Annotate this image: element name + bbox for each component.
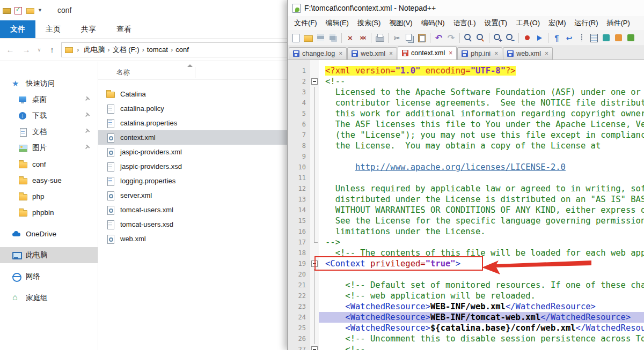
menu-item-6[interactable]: 设置(T) <box>480 18 512 28</box>
code-text[interactable]: this work for additional information reg… <box>319 108 644 119</box>
code-text[interactable]: <!-- <box>319 344 644 350</box>
save-icon[interactable] <box>315 32 326 43</box>
file-row-catalina.policy[interactable]: catalina.policy <box>98 101 291 116</box>
code-text[interactable]: <Context privileged="true"> <box>319 258 644 269</box>
address-box[interactable]: › 此电脑›文档 (F:)›tomcat›conf <box>61 42 288 57</box>
menu-item-8[interactable]: 宏(M) <box>544 18 570 28</box>
code-text[interactable]: <!-- Uncomment this to disable session p… <box>319 333 644 344</box>
code-text[interactable]: <!-- Default set of monitored resources.… <box>319 280 644 291</box>
menu-item-7[interactable]: 工具(O) <box>511 18 544 28</box>
code-text[interactable]: the License. You may obtain a copy of th… <box>319 140 644 151</box>
code-text[interactable]: <WatchedResource>WEB-INF/tomcat-web.xml<… <box>319 312 644 323</box>
menu-item-3[interactable]: 视图(V) <box>385 18 416 28</box>
code-text[interactable] <box>319 269 644 280</box>
sidebar-item-桌面[interactable]: 桌面 <box>0 92 98 108</box>
record-macro-icon[interactable] <box>522 32 533 43</box>
menu-item-4[interactable]: 编码(N) <box>417 18 449 28</box>
code-text[interactable]: http://www.apache.org/licenses/LICENSE-2… <box>319 162 644 173</box>
sidebar-item-文档[interactable]: 文档 <box>0 124 98 140</box>
monitoring-icon[interactable] <box>613 32 624 43</box>
sidebar-item-此电脑[interactable]: 此电脑 <box>0 247 98 263</box>
zoom-in-icon[interactable] <box>492 32 503 43</box>
file-row-server.xml[interactable]: server.xml <box>98 188 291 203</box>
breadcrumb-item-1[interactable]: 文档 (F:) <box>112 45 141 55</box>
cut-icon[interactable] <box>391 32 402 43</box>
file-row-jaspic-providers.xsd[interactable]: jaspic-providers.xsd <box>98 159 291 174</box>
up-button[interactable]: ↑ <box>45 45 59 54</box>
open-icon[interactable] <box>303 32 314 43</box>
ribbon-tab-2[interactable]: 共享 <box>71 20 106 38</box>
ribbon-tab-0[interactable]: 文件 <box>0 20 35 38</box>
close-tab-icon[interactable]: × <box>339 50 342 57</box>
redo-icon[interactable] <box>445 32 457 43</box>
file-row-logging.properties[interactable]: logging.properties <box>98 174 291 188</box>
plugins-icon[interactable] <box>625 32 636 43</box>
sidebar-item-php[interactable]: php <box>0 188 98 204</box>
find-icon[interactable] <box>463 32 474 43</box>
menu-item-2[interactable]: 搜索(S) <box>353 18 385 28</box>
code-text[interactable]: distributed under the License is distrib… <box>319 194 644 205</box>
code-text[interactable]: <!-- web application will be reloaded. <box>319 291 644 301</box>
word-wrap-icon[interactable] <box>564 32 575 43</box>
undo-icon[interactable] <box>433 32 444 43</box>
close-tab-icon[interactable]: × <box>545 50 548 57</box>
sidebar-item-下载[interactable]: 下载 <box>0 108 98 124</box>
qat-dropdown-icon[interactable]: ▼ <box>38 8 42 13</box>
file-row-web.xml[interactable]: web.xml <box>98 232 291 246</box>
code-text[interactable]: <WatchedResource>WEB-INF/web.xml</Watche… <box>319 301 644 312</box>
function-list-icon[interactable] <box>601 32 612 43</box>
document-map-icon[interactable] <box>588 32 599 43</box>
sidebar-item-phpbin[interactable]: phpbin <box>0 204 98 220</box>
fold-collapse-icon[interactable] <box>310 258 319 269</box>
tab-web.xml-4[interactable]: web.xml× <box>503 47 553 59</box>
notepadpp-titlebar[interactable]: F:\tomcat\conf\context.xml - Notepad++ <box>288 0 644 16</box>
tab-php.ini-3[interactable]: php.ini× <box>457 47 502 59</box>
code-text[interactable]: WITHOUT WARRANTIES OR CONDITIONS OF ANY … <box>319 205 644 215</box>
close-tab-icon[interactable]: × <box>494 50 498 57</box>
play-macro-icon[interactable] <box>534 32 545 43</box>
sidebar-item-easy-sue[interactable]: easy-sue <box>0 172 98 188</box>
file-row-tomcat-users.xml[interactable]: tomcat-users.xml <box>98 203 291 217</box>
menu-item-10[interactable]: 插件(P) <box>603 18 634 28</box>
paste-icon[interactable] <box>416 32 427 43</box>
breadcrumb-item-2[interactable]: tomcat <box>146 46 169 54</box>
close-icon[interactable] <box>345 32 356 43</box>
file-row-tomcat-users.xsd[interactable]: tomcat-users.xsd <box>98 217 291 232</box>
code-text[interactable]: Unless required by applicable law or agr… <box>319 183 644 194</box>
file-row-catalina.properties[interactable]: catalina.properties <box>98 116 291 130</box>
column-header-row[interactable]: 名称 <box>98 66 291 80</box>
back-button[interactable]: ← <box>3 45 17 54</box>
code-text[interactable]: <!-- The contents of this file will be l… <box>319 248 644 258</box>
fold-collapse-icon[interactable] <box>310 76 319 87</box>
column-divider[interactable] <box>195 67 195 78</box>
sidebar-item-图片[interactable]: 图片 <box>0 140 98 156</box>
code-text[interactable]: <WatchedResource>${catalina.base}/conf/w… <box>319 323 644 333</box>
fold-collapse-icon[interactable] <box>310 344 319 350</box>
code-text[interactable]: The ASF licenses this file to You under … <box>319 119 644 130</box>
menu-item-9[interactable]: 运行(R) <box>570 18 602 28</box>
close-tab-icon[interactable]: × <box>449 49 452 57</box>
ribbon-tab-1[interactable]: 主页 <box>35 20 71 38</box>
sidebar-item-网络[interactable]: 网络 <box>0 269 98 285</box>
code-text[interactable]: <?xml version="1.0" encoding="UTF-8"?> <box>319 65 644 76</box>
code-text[interactable]: limitations under the License. <box>319 226 644 237</box>
file-row-context.xml[interactable]: context.xml <box>98 130 291 145</box>
tab-change.log-0[interactable]: change.log× <box>289 47 347 59</box>
editor[interactable]: 1<?xml version="1.0" encoding="UTF-8"?>2… <box>288 60 644 350</box>
menu-item-5[interactable]: 语言(L) <box>449 18 480 28</box>
close-tab-icon[interactable]: × <box>389 50 393 57</box>
code-text[interactable]: --> <box>319 237 644 248</box>
code-text[interactable] <box>319 173 644 183</box>
new-file-icon[interactable] <box>290 32 302 43</box>
new-folder-icon[interactable] <box>26 6 34 14</box>
file-row-jaspic-providers.xml[interactable]: jaspic-providers.xml <box>98 145 291 159</box>
code-text[interactable]: contributor license agreements. See the … <box>319 98 644 108</box>
sidebar-item-快速访问[interactable]: 快速访问 <box>0 76 98 92</box>
tab-context.xml-2[interactable]: context.xml× <box>398 46 457 59</box>
menu-item-0[interactable]: 文件(F) <box>290 18 321 28</box>
properties-icon[interactable] <box>14 6 23 14</box>
forward-button[interactable]: → <box>19 45 33 54</box>
save-all-icon[interactable] <box>327 32 339 43</box>
print-icon[interactable] <box>374 32 385 43</box>
recent-locations-icon[interactable]: ∨ <box>35 47 43 53</box>
